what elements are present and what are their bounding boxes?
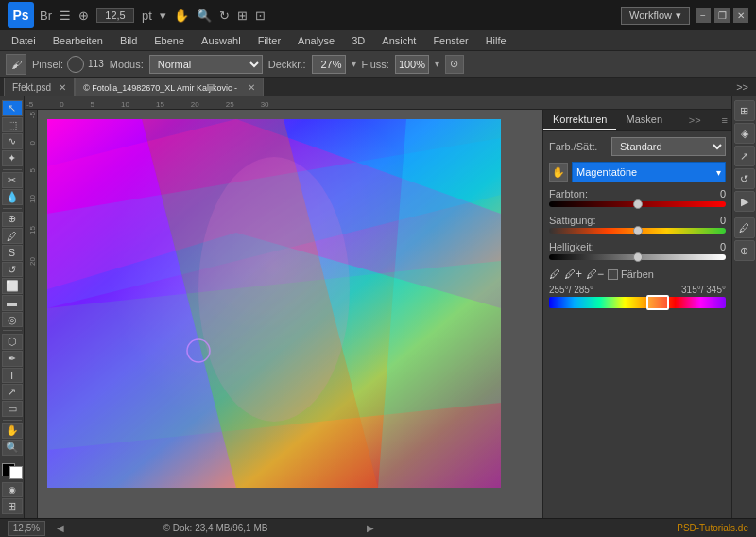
selection-tool[interactable]: ⬚ [2, 117, 23, 133]
size-input[interactable] [96, 8, 134, 23]
airbrush-icon[interactable]: ⊙ [445, 55, 464, 74]
grid-icon[interactable]: ⊞ [237, 9, 248, 23]
saettigung-thumb[interactable] [633, 226, 643, 235]
menu-item-ansicht[interactable]: Ansicht [374, 33, 423, 48]
flow-arrow[interactable]: ▾ [435, 59, 439, 69]
more-icon[interactable]: ⊡ [255, 9, 266, 23]
channel-dropdown[interactable]: Magentatöne ▾ [572, 162, 726, 182]
nav-arrows[interactable]: ✋ [174, 9, 189, 23]
tab-ffekt[interactable]: Ffekt.psd ✕ [4, 78, 75, 96]
title-bar: Ps Br ☰ ⊕ pt ▾ ✋ 🔍 ↻ ⊞ ⊡ Workflow ▾ − ❐ … [0, 0, 756, 30]
workflow-button[interactable]: Workflow ▾ [621, 7, 690, 25]
dodge-tool[interactable]: ⬡ [2, 334, 23, 350]
tab-arrow-icon[interactable]: >> [732, 81, 752, 93]
preset-select[interactable]: Standard [611, 137, 726, 156]
magic-wand-tool[interactable]: ✦ [2, 150, 23, 166]
color-range-bar[interactable] [549, 297, 726, 308]
bridge-icon[interactable]: Br [40, 9, 52, 23]
canvas-viewport[interactable] [38, 110, 542, 518]
close-button[interactable]: ✕ [733, 8, 748, 23]
flow-input[interactable] [395, 55, 429, 74]
eyedropper-1[interactable]: 🖊 [549, 268, 560, 281]
color-picker[interactable] [2, 463, 23, 478]
farbton-thumb[interactable] [633, 199, 643, 209]
eraser-tool[interactable]: ⬜ [2, 278, 23, 294]
menu-item-bild[interactable]: Bild [112, 33, 145, 48]
menu-item-fenster[interactable]: Fenster [425, 33, 475, 48]
helligkeit-thumb[interactable] [633, 252, 643, 262]
layers-btn[interactable]: ⊞ [734, 100, 755, 121]
status-nav-right[interactable]: ▶ [367, 523, 374, 533]
opacity-arrow[interactable]: ▾ [352, 59, 356, 69]
pen-tool[interactable]: ✒ [2, 351, 23, 367]
korrekturen-tab[interactable]: Korrekturen [543, 110, 616, 130]
menu-item-3d[interactable]: 3D [344, 33, 372, 48]
status-nav-left[interactable]: ◀ [57, 523, 64, 533]
tab-close-2[interactable]: ✕ [248, 82, 255, 93]
paint-btn[interactable]: 🖊 [734, 217, 755, 238]
zoom-tool[interactable]: 🔍 [2, 440, 23, 456]
zoom-icon[interactable]: 🔍 [197, 9, 212, 23]
move-tool[interactable]: ↖ [2, 100, 23, 116]
actions-btn[interactable]: ▶ [734, 191, 755, 212]
screen-mode[interactable]: ⊞ [2, 498, 23, 514]
stamp-tool[interactable]: S [2, 245, 23, 261]
tool-separator-1 [3, 169, 22, 170]
helligkeit-track[interactable] [549, 254, 726, 260]
restore-button[interactable]: ❐ [714, 8, 730, 23]
title-left: Ps Br ☰ ⊕ pt ▾ ✋ 🔍 ↻ ⊞ ⊡ [8, 2, 266, 28]
farben-checkbox[interactable]: Färben [608, 268, 654, 280]
paths-btn[interactable]: ↗ [734, 146, 755, 166]
eyedropper-tool[interactable]: 💧 [2, 189, 23, 205]
path-tool[interactable]: ↗ [2, 384, 23, 400]
eyedropper-3[interactable]: 🖊− [586, 268, 604, 281]
crop-tool[interactable]: ✂ [2, 172, 23, 188]
options-bar: 🖌 Pinsel: 113 Modus: Normal Deckkr.: ▾ F… [0, 51, 756, 78]
main-area: ↖ ⬚ ∿ ✦ ✂ 💧 ⊕ 🖊 S ↺ ⬜ ▬ ◎ ⬡ ✒ T ↗ ▭ ✋ 🔍 … [0, 96, 756, 518]
menu-item-datei[interactable]: Datei [4, 33, 43, 48]
menu-item-ebene[interactable]: Ebene [146, 33, 192, 48]
lasso-tool[interactable]: ∿ [2, 133, 23, 149]
menu-item-bearbeiten[interactable]: Bearbeiten [45, 33, 111, 48]
farbton-track[interactable] [549, 201, 726, 207]
menu-item-auswahl[interactable]: Auswahl [194, 33, 249, 48]
menu-item-analyse[interactable]: Analyse [290, 33, 342, 48]
saettigung-track[interactable] [549, 228, 726, 234]
history-brush-tool[interactable]: ↺ [2, 262, 23, 278]
tab-fotolia[interactable]: © Fotolia_14982670_XL Amir Kaljikovic - … [75, 78, 264, 96]
background-color[interactable] [9, 466, 23, 479]
gradient-tool[interactable]: ▬ [2, 295, 23, 311]
menu-item-hilfe[interactable]: Hilfe [478, 33, 514, 48]
title-icons: Br ☰ ⊕ pt ▾ ✋ 🔍 ↻ ⊞ ⊡ [40, 8, 266, 23]
minimize-button[interactable]: − [696, 8, 711, 23]
size-arrow[interactable]: ▾ [160, 9, 166, 23]
mask-mode[interactable]: ◉ [2, 482, 23, 498]
history-btn[interactable]: ↺ [734, 168, 755, 189]
opacity-input[interactable] [312, 55, 346, 74]
color-range-selector[interactable] [646, 295, 669, 310]
shape-tool[interactable]: ▭ [2, 401, 23, 417]
rotate-icon[interactable]: ↻ [219, 9, 230, 23]
tab-close-1[interactable]: ✕ [59, 82, 66, 93]
blur-tool[interactable]: ◎ [2, 312, 23, 328]
nav-icon[interactable]: ⊕ [78, 9, 89, 23]
text-tool[interactable]: T [2, 368, 23, 384]
channel-arrow-icon: ▾ [716, 167, 721, 178]
healing-tool[interactable]: ⊕ [2, 212, 23, 228]
menu-item-filter[interactable]: Filter [250, 33, 288, 48]
channels-btn[interactable]: ◈ [734, 123, 755, 144]
hand-icon-btn[interactable]: ✋ [549, 163, 568, 182]
zoom-value[interactable]: 12,5% [8, 521, 45, 536]
panel-arrow-icon[interactable]: >> [685, 114, 705, 126]
clone-btn[interactable]: ⊕ [734, 240, 755, 261]
modus-select[interactable]: Normal [149, 55, 263, 74]
hand-tool[interactable]: ✋ [2, 423, 23, 439]
brush-tool[interactable]: 🖊 [2, 228, 23, 244]
masken-tab[interactable]: Masken [616, 110, 672, 130]
mini-bridge-icon[interactable]: ☰ [60, 9, 71, 23]
brush-tool-icon[interactable]: 🖌 [6, 54, 26, 75]
title-right: Workflow ▾ − ❐ ✕ [621, 7, 748, 25]
eyedropper-2[interactable]: 🖊+ [564, 268, 582, 281]
panel-menu-icon[interactable]: ≡ [718, 114, 731, 126]
brush-circle[interactable] [67, 56, 84, 73]
